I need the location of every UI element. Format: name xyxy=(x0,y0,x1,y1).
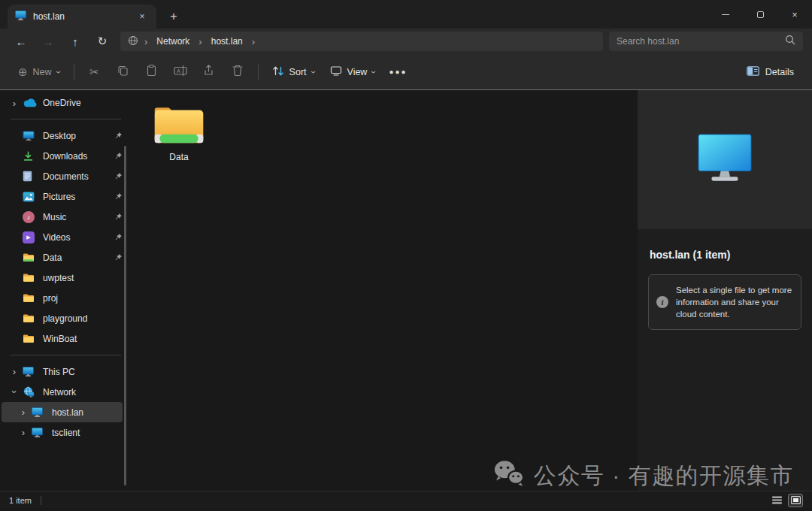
sidebar-item-hostlan[interactable]: › host.lan xyxy=(2,402,123,422)
shared-folder-icon xyxy=(150,102,208,150)
maximize-icon xyxy=(757,11,764,18)
info-text: Select a single file to get more informa… xyxy=(676,284,793,320)
sidebar-item-label: tsclient xyxy=(52,428,80,438)
sidebar-item-label: uwptest xyxy=(43,273,74,283)
folder-item-label: Data xyxy=(169,152,188,162)
paste-button[interactable] xyxy=(138,61,166,83)
sidebar-item-music[interactable]: ♪ Music xyxy=(2,207,123,227)
statusbar-divider xyxy=(41,496,41,505)
rename-icon: A xyxy=(174,65,187,80)
pin-icon xyxy=(114,253,123,262)
minimize-button[interactable] xyxy=(708,0,743,29)
new-button[interactable]: ⊕ New › xyxy=(11,61,68,83)
share-button[interactable] xyxy=(195,61,223,83)
breadcrumb[interactable]: › Network › host.lan › xyxy=(120,32,603,51)
sidebar-item-winboat[interactable]: WinBoat xyxy=(2,328,123,349)
sidebar-item-uwptest[interactable]: uwptest xyxy=(2,268,123,288)
sidebar-item-downloads[interactable]: Downloads xyxy=(2,146,123,166)
chevron-right-icon[interactable]: › xyxy=(15,407,32,418)
close-button[interactable]: × xyxy=(777,0,812,29)
chevron-right-icon: › xyxy=(144,37,147,47)
maximize-button[interactable] xyxy=(743,0,777,29)
sidebar-item-desktop[interactable]: Desktop xyxy=(2,125,123,146)
tab-hostlan[interactable]: host.lan × xyxy=(8,5,156,29)
thumbnail-view-button[interactable] xyxy=(788,494,803,507)
tab-close-icon[interactable]: × xyxy=(135,10,149,23)
videos-icon: ▶ xyxy=(23,231,38,243)
sidebar-item-network[interactable]: › Network xyxy=(2,382,123,402)
sidebar-item-label: Documents xyxy=(43,171,89,182)
sidebar-scrollbar[interactable] xyxy=(124,146,126,485)
view-button[interactable]: View › xyxy=(323,61,383,83)
toolbar-divider xyxy=(74,64,74,80)
chevron-expanded-icon[interactable]: › xyxy=(6,386,23,398)
monitor-icon xyxy=(23,367,38,376)
sort-icon xyxy=(272,65,284,79)
up-button[interactable]: ↑ xyxy=(62,31,89,52)
details-label: Details xyxy=(765,67,794,77)
chevron-right-icon[interactable]: › xyxy=(15,427,32,438)
pin-icon xyxy=(114,192,123,201)
sidebar-item-pictures[interactable]: Pictures xyxy=(2,186,123,207)
monitor-icon xyxy=(32,428,47,437)
sidebar-item-label: Music xyxy=(43,212,66,222)
details-pane: host.lan (1 item) i Select a single file… xyxy=(638,90,812,491)
watermark: 公众号 · 有趣的开源集市 xyxy=(493,459,794,492)
details-view-button[interactable] xyxy=(769,494,784,507)
sidebar-item-videos[interactable]: ▶ Videos xyxy=(2,227,123,247)
sidebar-item-this-pc[interactable]: › This PC xyxy=(2,361,123,382)
copy-button[interactable] xyxy=(109,61,138,83)
sidebar-item-label: WinBoat xyxy=(43,334,77,344)
sidebar-item-label: playground xyxy=(43,313,87,324)
delete-button[interactable] xyxy=(223,61,252,83)
sidebar-item-documents[interactable]: Documents xyxy=(2,166,123,186)
new-tab-button[interactable]: + xyxy=(162,7,185,26)
address-bar: ← → ↑ ↻ › Network › host.lan › xyxy=(0,29,812,54)
view-toggles xyxy=(769,494,803,507)
sidebar-item-tsclient[interactable]: › tsclient xyxy=(2,422,123,443)
preview-area xyxy=(638,90,812,229)
watermark-text: 公众号 · 有趣的开源集市 xyxy=(534,461,794,491)
chevron-right-icon: › xyxy=(252,37,255,47)
rename-button[interactable]: A xyxy=(166,61,195,83)
music-icon: ♪ xyxy=(23,211,38,223)
details-pane-icon xyxy=(747,66,759,78)
forward-button[interactable]: → xyxy=(35,31,62,52)
sidebar-item-playground[interactable]: playground xyxy=(2,308,123,328)
pictures-icon xyxy=(23,192,38,202)
folder-item-data[interactable]: Data xyxy=(147,102,211,162)
info-icon: i xyxy=(656,296,668,308)
monitor-icon xyxy=(32,407,47,417)
sort-button[interactable]: Sort › xyxy=(265,61,323,83)
sidebar-item-data[interactable]: Data xyxy=(2,247,123,268)
file-list-area[interactable]: Data xyxy=(132,90,638,491)
pin-icon xyxy=(114,233,123,241)
more-options-button[interactable]: ●●● xyxy=(383,63,413,80)
chevron-right-icon[interactable]: › xyxy=(6,98,23,109)
minimize-icon xyxy=(722,14,729,15)
cut-button[interactable]: ✂ xyxy=(80,61,109,83)
view-icon xyxy=(330,65,342,78)
sidebar-divider xyxy=(11,355,121,355)
sidebar-item-label: Pictures xyxy=(43,192,75,202)
network-icon xyxy=(23,386,38,398)
new-label: New xyxy=(33,67,52,77)
sidebar-item-onedrive[interactable]: › OneDrive xyxy=(2,93,123,113)
chevron-right-icon[interactable]: › xyxy=(6,366,23,377)
search-input[interactable] xyxy=(617,36,785,47)
breadcrumb-hostlan[interactable]: host.lan xyxy=(208,35,246,48)
sidebar-item-label: proj xyxy=(43,293,58,304)
documents-icon xyxy=(23,171,38,182)
item-count: 1 item xyxy=(9,496,32,505)
breadcrumb-network[interactable]: Network xyxy=(153,35,192,48)
back-button[interactable]: ← xyxy=(8,31,35,52)
info-box: i Select a single file to get more infor… xyxy=(648,274,801,330)
sidebar-divider xyxy=(11,119,121,119)
sidebar-item-label: Downloads xyxy=(43,151,87,162)
downloads-icon xyxy=(23,151,38,162)
navigation-pane: › OneDrive Desktop Downloads Documents P xyxy=(0,90,132,491)
sidebar-item-proj[interactable]: proj xyxy=(2,288,123,308)
search-box[interactable] xyxy=(609,32,803,51)
refresh-button[interactable]: ↻ xyxy=(89,31,116,52)
details-toggle-button[interactable]: Details xyxy=(739,62,801,83)
